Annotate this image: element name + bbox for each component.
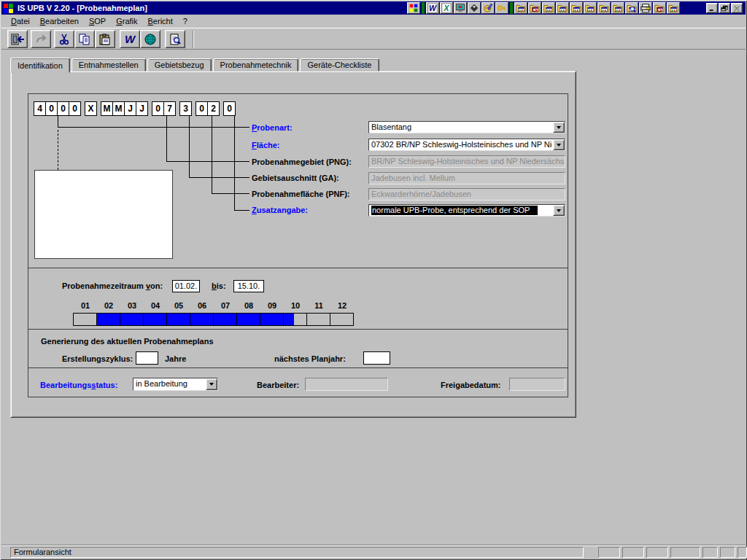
month-cell-04	[143, 313, 167, 326]
generierung-heading: Generierung des aktuellen Probenahmeplan…	[41, 336, 214, 346]
code-group: 02	[196, 101, 220, 116]
month-label: 04	[144, 301, 167, 310]
tab-identifikation[interactable]: Identifikation	[10, 58, 70, 73]
month-cell-08	[236, 313, 260, 326]
tab-entnahmestellen[interactable]: Entnahmestellen	[71, 58, 146, 71]
month-label: 05	[167, 301, 190, 310]
month-strip	[74, 313, 354, 326]
month-label: 06	[190, 301, 214, 310]
flaeche-dropdown-button[interactable]	[553, 139, 565, 150]
label-planjahr: nächstes Planjahr:	[274, 354, 346, 364]
code-box: 4	[34, 101, 46, 116]
tab-ger-te-checkliste[interactable]: Geräte-Checkliste	[300, 58, 379, 71]
flaeche-combobox[interactable]: 07302 BR/NP Schleswig-Holsteinisches und…	[368, 139, 565, 151]
code-box: J	[124, 101, 136, 116]
label-freigabedatum: Freigabedatum:	[441, 380, 501, 390]
bis-input[interactable]: 15.10.	[233, 280, 264, 292]
app-window: IS UPB V 2.20 - [Probenahmeplan] WXGG Da…	[0, 0, 747, 560]
bearbeiter-field	[305, 378, 388, 391]
status-dropdown-button[interactable]	[206, 378, 217, 390]
png-field: BR/NP Schleswig-Holsteinisches und NP Ni…	[368, 155, 565, 168]
von-input[interactable]: 01.02.	[172, 280, 200, 292]
month-label: 01	[74, 301, 97, 310]
chevron-down-icon	[557, 209, 561, 212]
month-cell-12	[330, 313, 354, 326]
month-cell-11	[306, 313, 330, 326]
month-labels: 010203040506070809101112	[74, 301, 354, 310]
ga-field: Jadebusen incl. Mellum	[368, 172, 565, 184]
form-identifikation: 4000XMMJJ073020 Probenart: Fläche: Probe…	[0, 0, 747, 560]
label-erstellungszyklus: Erstellungszyklus:	[62, 354, 133, 364]
probenart-dropdown-button[interactable]	[553, 122, 565, 133]
code-box: 7	[163, 101, 176, 116]
code-box: 0	[223, 101, 236, 116]
code-box: 3	[179, 101, 192, 116]
label-png: Probenahmegebiet (PNG):	[252, 157, 352, 167]
code-box: 0	[45, 101, 58, 116]
code-group: 0	[224, 101, 236, 116]
month-cell-07	[213, 313, 237, 326]
planjahr-input[interactable]	[363, 351, 390, 365]
species-image-box	[34, 170, 173, 259]
month-label: 07	[214, 301, 237, 310]
chevron-down-icon	[557, 126, 561, 129]
code-box: 0	[196, 101, 208, 116]
label-pnf: Probenahmefläche (PNF):	[252, 189, 349, 199]
tab-gebietsbezug[interactable]: Gebietsbezug	[147, 58, 212, 71]
month-cell-09	[260, 313, 284, 326]
month-cell-10	[283, 313, 307, 326]
month-label: 08	[237, 301, 260, 310]
code-group: X	[85, 101, 97, 116]
code-box: M	[101, 101, 113, 116]
zusatzangabe-combobox[interactable]: normale UPB-Probe, entsprechend der SOP	[368, 204, 565, 217]
month-label: 09	[260, 301, 284, 310]
month-cell-06	[190, 313, 214, 326]
freigabedatum-field	[509, 378, 565, 391]
label-bis: bis:	[212, 281, 226, 291]
code-group: MMJJ	[101, 101, 148, 116]
month-label: 03	[120, 301, 144, 310]
label-ga: Gebietsauschnitt (GA):	[252, 173, 339, 183]
pnf-field: Eckwarderhörne/Jadebusen	[368, 188, 565, 201]
label-zusatzangabe: Zusatzangabe:	[252, 205, 308, 215]
selected-text: normale UPB-Probe, entsprechend der SOP	[371, 206, 538, 215]
tab-strip: IdentifikationEntnahmestellenGebietsbezu…	[10, 58, 381, 71]
month-label: 12	[330, 301, 354, 310]
sample-code-boxes: 4000XMMJJ073020	[34, 101, 240, 116]
code-box: J	[136, 101, 148, 116]
bearbeitungsstatus-combobox[interactable]: in Bearbeitung	[133, 378, 218, 391]
code-box: M	[112, 101, 125, 116]
month-cell-02	[96, 313, 120, 326]
code-box: 0	[69, 101, 81, 116]
label-probenart: Probenart:	[252, 122, 293, 133]
code-box: X	[85, 101, 97, 116]
month-label: 10	[284, 301, 307, 310]
label-flaeche: Fläche:	[252, 140, 280, 150]
zusatzangabe-dropdown-button[interactable]	[553, 205, 565, 216]
month-label: 11	[307, 301, 330, 310]
code-box: 0	[152, 101, 164, 116]
code-group: 4000	[34, 101, 81, 116]
probenart-combobox[interactable]: Blasentang	[368, 121, 565, 133]
label-jahre: Jahre	[165, 354, 186, 364]
label-bearbeitungsstatus: Bearbeitungsstatus:	[40, 380, 117, 390]
code-box: 2	[207, 101, 220, 116]
chevron-down-icon	[209, 383, 214, 386]
chevron-down-icon	[557, 144, 561, 147]
month-cell-03	[120, 313, 144, 326]
month-label: 02	[97, 301, 120, 310]
month-cell-05	[166, 313, 190, 326]
month-cell-01	[73, 313, 97, 326]
tab-probenahmetechnik[interactable]: Probenahmetechnik	[213, 58, 299, 71]
erstellungszyklus-input[interactable]	[136, 351, 158, 365]
label-bearbeiter: Bearbeiter:	[257, 380, 299, 390]
code-box: 0	[57, 101, 69, 116]
label-zeitraum-von: Probenahmezeitraum von:	[62, 281, 163, 291]
code-group: 07	[152, 101, 176, 116]
code-group: 3	[180, 101, 192, 116]
